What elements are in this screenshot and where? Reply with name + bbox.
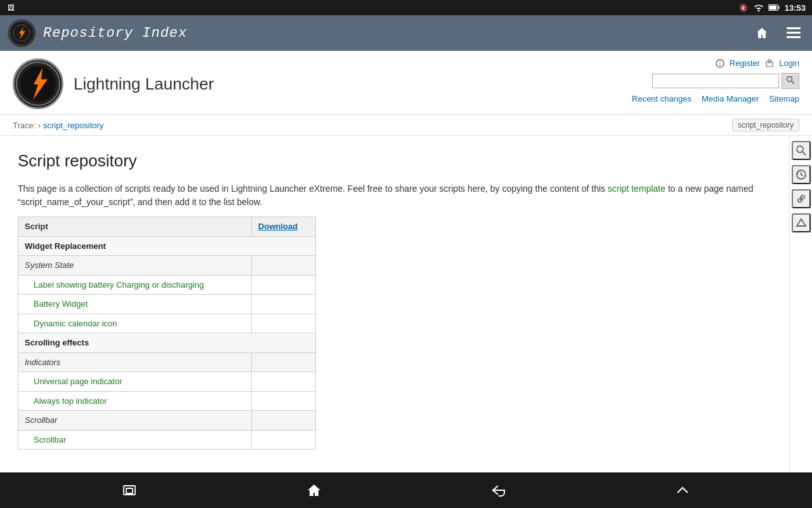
search-area [652, 73, 799, 89]
login-link[interactable]: Login [779, 58, 799, 68]
svg-rect-5 [787, 27, 801, 29]
script-link[interactable]: Label showing battery Charging or discha… [34, 280, 204, 290]
subsection-label: Indicators [18, 352, 252, 372]
sidebar-link-button[interactable] [792, 189, 811, 208]
svg-rect-6 [787, 32, 801, 34]
subsection-label: Scrollbar [18, 411, 252, 431]
battery-icon [768, 3, 780, 12]
script-link[interactable]: Always top indicator [34, 396, 107, 406]
media-manager-link[interactable]: Media Manager [702, 94, 759, 104]
status-bar: 🖼 🔇 13:53 [0, 0, 812, 15]
header-left: Lightning Launcher [13, 58, 214, 109]
page-header: Lightning Launcher i Register Login Rece… [0, 51, 812, 115]
section-label: Widget Replacement [18, 236, 316, 256]
silent-icon: 🔇 [738, 3, 749, 12]
sitemap-link[interactable]: Sitemap [769, 94, 799, 104]
app-title: Repository Index [43, 25, 187, 41]
article-title: Script repository [18, 149, 771, 173]
status-right: 🔇 13:53 [738, 3, 807, 12]
svg-text:i: i [719, 61, 721, 67]
subsection-label: System State [18, 256, 252, 276]
script-link[interactable]: Battery Widget [34, 299, 88, 309]
wifi-icon [753, 3, 764, 12]
header-right: i Register Login Recent changes Media Ma… [632, 58, 799, 104]
repo-tag: script_repository [732, 119, 799, 131]
up-button[interactable] [670, 479, 695, 502]
table-row: Label showing battery Charging or discha… [18, 275, 252, 295]
bottom-nav [0, 472, 812, 508]
breadcrumb-link[interactable]: script_repository [43, 121, 103, 130]
table-row: Universal page indicator [18, 372, 252, 392]
header-links: i Register Login [716, 58, 799, 68]
site-name: Lightning Launcher [74, 74, 214, 94]
right-sidebar [789, 136, 812, 472]
table-row: Dynamic calendar icon [18, 314, 252, 333]
sidebar-search-button[interactable] [792, 141, 811, 160]
svg-rect-23 [126, 488, 133, 493]
table-row: Scrollbar [18, 430, 252, 450]
script-link[interactable]: Dynamic calendar icon [34, 319, 117, 328]
breadcrumb-bar: Trace: › script_repository script_reposi… [0, 115, 812, 136]
back-button[interactable] [485, 478, 512, 502]
time-display: 13:53 [783, 3, 807, 12]
content-area: Lightning Launcher i Register Login Rece… [0, 51, 812, 472]
script-table: Script Download Widget ReplacementSystem… [18, 217, 316, 450]
svg-point-15 [787, 77, 792, 82]
sidebar-up-button[interactable] [792, 213, 811, 232]
script-link[interactable]: Scrollbar [34, 435, 66, 444]
site-logo [13, 58, 63, 109]
svg-line-18 [802, 152, 806, 155]
home-button[interactable] [301, 478, 327, 503]
search-input[interactable] [652, 74, 779, 88]
menu-button[interactable] [783, 23, 804, 43]
svg-point-17 [797, 146, 803, 152]
app-logo-inner [10, 22, 33, 44]
recent-apps-button[interactable] [117, 479, 143, 502]
status-left: 🖼 [5, 3, 16, 12]
top-bar-right [751, 22, 804, 44]
sidebar-history-button[interactable] [792, 165, 811, 184]
breadcrumb: Trace: › script_repository [13, 121, 103, 130]
app-logo [8, 19, 36, 47]
trace-label: Trace: [13, 121, 36, 130]
search-button[interactable] [782, 73, 799, 89]
script-link[interactable]: Universal page indicator [34, 377, 122, 386]
image-icon: 🖼 [5, 3, 16, 12]
template-link[interactable]: script template [608, 184, 665, 194]
table-row: Always top indicator [18, 391, 252, 411]
download-col-header[interactable]: Download [252, 217, 316, 237]
svg-rect-2 [769, 6, 776, 10]
recent-changes-link[interactable]: Recent changes [632, 94, 691, 104]
script-col-header: Script [18, 217, 252, 237]
section-label: Scrolling effects [18, 333, 316, 353]
table-row: Battery Widget [18, 295, 252, 314]
register-link[interactable]: Register [730, 58, 760, 68]
article: Script repository This page is a collect… [0, 136, 789, 472]
svg-line-16 [792, 81, 794, 84]
svg-marker-21 [797, 219, 806, 226]
main-content: Lightning Launcher i Register Login Rece… [0, 51, 812, 472]
home-button[interactable] [751, 22, 773, 44]
top-bar-left: Repository Index [8, 19, 187, 47]
article-intro: This page is a collection of scripts rea… [18, 182, 771, 209]
svg-rect-1 [778, 6, 780, 10]
svg-rect-7 [787, 36, 801, 38]
top-bar: Repository Index [0, 15, 812, 51]
page-body: Script repository This page is a collect… [0, 136, 812, 472]
svg-rect-13 [766, 62, 773, 67]
nav-links: Recent changes Media Manager Sitemap [632, 94, 799, 104]
